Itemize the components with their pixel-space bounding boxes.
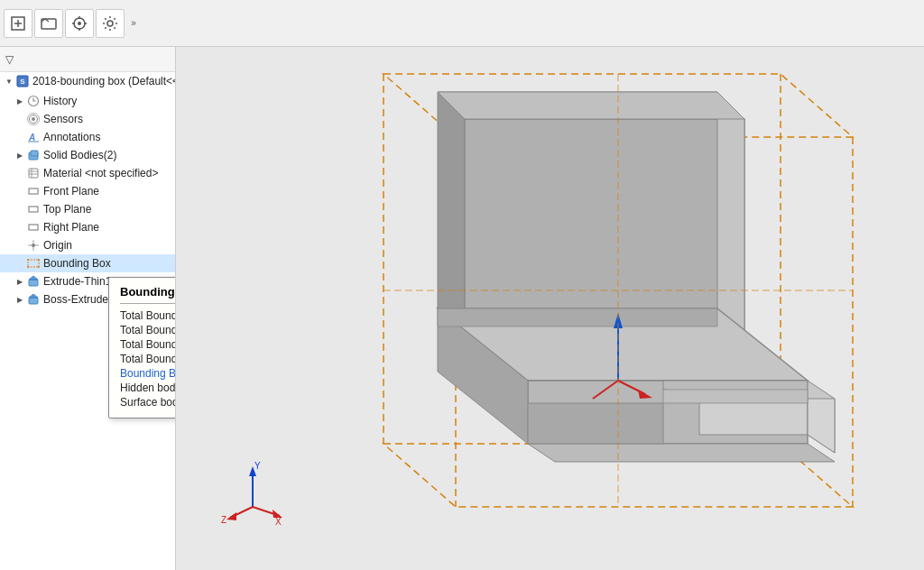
tooltip-width: Total Bounding Box Width: 92.699mm — [120, 324, 176, 336]
tree-item-material[interactable]: Material <not specified> — [0, 164, 175, 182]
material-label: Material <not specified> — [43, 167, 158, 179]
tree-item-bounding-box[interactable]: Bounding Box — [0, 254, 175, 272]
top-plane-label: Top Plane — [43, 203, 91, 216]
bounding-box-icon — [25, 256, 42, 271]
svg-marker-60 — [528, 444, 835, 462]
svg-marker-51 — [438, 92, 744, 119]
front-plane-label: Front Plane — [43, 185, 99, 198]
tooltip-surface: Surface bodies included: No — [120, 396, 176, 409]
svg-text:S: S — [20, 78, 25, 86]
solid-bodies-label: Solid Bodies(2) — [43, 149, 116, 161]
target-button[interactable] — [65, 9, 94, 38]
tree-root-item[interactable]: ▼ S 2018-bounding box (Default<< — [0, 72, 175, 90]
extrude-thin1-label: Extrude-Thin1 — [43, 275, 111, 288]
svg-rect-21 — [29, 169, 38, 178]
sensors-label: Sensors — [43, 113, 83, 125]
svg-rect-25 — [29, 188, 38, 194]
svg-marker-37 — [29, 276, 38, 280]
top-plane-icon — [25, 202, 42, 216]
svg-marker-55 — [438, 308, 717, 326]
annotations-icon: A — [25, 130, 42, 144]
filter-icon[interactable]: ▽ — [5, 53, 14, 66]
origin-label: Origin — [43, 239, 72, 252]
history-expand: ▶ — [14, 97, 25, 106]
tree-item-sensors[interactable]: Sensors — [0, 110, 175, 128]
svg-point-5 — [78, 22, 81, 25]
root-icon: S — [14, 74, 31, 88]
svg-marker-77 — [226, 512, 236, 520]
settings-button[interactable] — [96, 9, 125, 38]
main-area: ▽ ▼ S 2018-bounding box (Default<< ▶ His… — [0, 47, 924, 570]
svg-rect-20 — [31, 151, 38, 156]
bounding-box-label: Bounding Box — [43, 257, 111, 270]
svg-marker-61 — [528, 403, 663, 444]
solid-bodies-expand: ▶ — [14, 152, 25, 160]
open-button[interactable] — [34, 9, 63, 38]
svg-point-14 — [32, 117, 35, 121]
solid-bodies-icon — [25, 148, 42, 162]
extrude-thin1-expand: ▶ — [14, 278, 25, 286]
right-plane-icon — [25, 220, 42, 234]
tree-item-annotations[interactable]: A Annotations — [0, 128, 175, 146]
svg-rect-36 — [29, 280, 38, 286]
history-icon — [25, 94, 42, 108]
tree-item-front-plane[interactable]: Front Plane — [0, 182, 175, 200]
svg-marker-56 — [699, 399, 808, 435]
svg-text:Z: Z — [221, 515, 226, 525]
tooltip-hidden: Hidden bodies included: No — [120, 382, 176, 394]
sensors-icon — [25, 112, 42, 126]
origin-icon — [25, 238, 42, 253]
svg-point-33 — [38, 259, 40, 261]
root-label: 2018-bounding box (Default<< — [32, 75, 176, 87]
boss-extrude1-icon — [25, 292, 42, 307]
svg-marker-48 — [438, 92, 465, 336]
annotations-label: Annotations — [43, 131, 100, 143]
svg-rect-27 — [29, 225, 38, 230]
tooltip-length: Total Bounding Box Length: 148.259mm — [120, 309, 176, 322]
svg-text:Y: Y — [254, 462, 261, 471]
extrude-thin1-icon — [25, 274, 42, 289]
material-icon — [25, 166, 42, 180]
tooltip-type: Bounding Box type: Custom Plane — [120, 367, 176, 380]
tree-item-right-plane[interactable]: Right Plane — [0, 218, 175, 236]
svg-marker-62 — [663, 390, 808, 403]
feature-tree-panel: ▽ ▼ S 2018-bounding box (Default<< ▶ His… — [0, 47, 176, 570]
tooltip-volume: Total Bounding Box Volume: 1195682.571 m… — [120, 353, 176, 365]
tooltip-title: Bounding Box — [120, 285, 176, 304]
boss-extrude1-label: Boss-Extrude1 — [43, 293, 115, 306]
bounding-box-tooltip: Bounding Box Total Bounding Box Length: … — [108, 277, 176, 418]
right-plane-label: Right Plane — [43, 221, 99, 234]
tree-item-top-plane[interactable]: Top Plane — [0, 200, 175, 218]
more-button[interactable]: » — [126, 9, 141, 38]
coordinate-axis: Y X Z — [221, 462, 284, 525]
svg-rect-26 — [29, 207, 38, 212]
tree-item-solid-bodies[interactable]: ▶ Solid Bodies(2) — [0, 146, 175, 164]
svg-text:X: X — [275, 517, 282, 525]
model-view — [176, 47, 924, 570]
root-expand-arrow: ▼ — [4, 78, 14, 86]
svg-point-34 — [27, 266, 29, 268]
toolbar: » — [0, 0, 924, 47]
filter-row: ▽ — [0, 47, 175, 72]
svg-marker-39 — [29, 294, 38, 298]
boss-extrude1-expand: ▶ — [14, 296, 25, 304]
viewport[interactable]: Y X Z — [176, 47, 924, 570]
tree-item-history[interactable]: ▶ History — [0, 92, 175, 110]
front-plane-icon — [25, 184, 42, 198]
svg-rect-38 — [29, 298, 38, 304]
tree-item-origin[interactable]: Origin — [0, 236, 175, 254]
svg-text:A: A — [28, 133, 35, 142]
new-button[interactable] — [4, 9, 32, 38]
svg-point-32 — [27, 259, 29, 261]
svg-rect-31 — [28, 260, 39, 267]
history-label: History — [43, 95, 77, 107]
svg-point-35 — [38, 266, 40, 268]
tooltip-thickness: Total Bounding Box Thickness: 87mm — [120, 338, 176, 351]
svg-point-10 — [107, 21, 113, 26]
